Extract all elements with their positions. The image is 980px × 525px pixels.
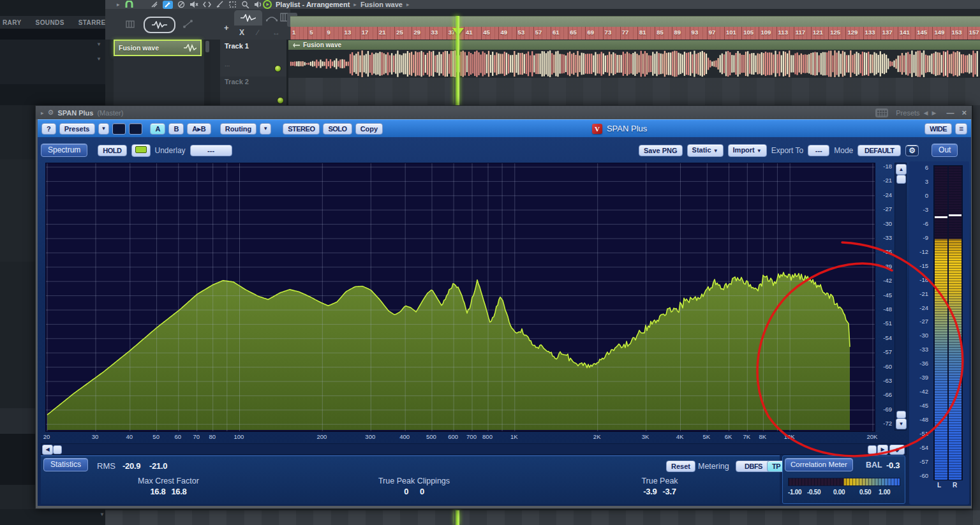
a-to-b-button[interactable]: A▸B <box>187 123 211 135</box>
automation-view-icon[interactable] <box>183 19 193 28</box>
ab-compare-b-button[interactable]: B <box>168 123 184 135</box>
mute-tool-icon[interactable] <box>189 1 198 8</box>
picker-toolbar <box>105 9 220 40</box>
ruler-number: 25 <box>396 29 403 36</box>
freq-axis-label: 500 <box>422 433 441 440</box>
mute-x-button[interactable]: X <box>239 28 244 37</box>
ruler-number: 33 <box>431 29 438 36</box>
hscroll-thumb-right[interactable] <box>868 445 877 454</box>
resize-handle-button[interactable]: ◆ <box>889 445 905 455</box>
track2-lane[interactable] <box>288 78 980 105</box>
picker-item-fusion-wave[interactable]: Fusion wave <box>114 40 202 56</box>
db-scale-label: -66 <box>875 391 892 398</box>
hold-button[interactable]: HOLD <box>98 145 126 156</box>
delete-tool-icon[interactable] <box>177 1 185 8</box>
paint-tool-icon[interactable] <box>163 1 173 9</box>
wrapper-gear-icon[interactable]: ⚙ <box>48 108 54 117</box>
wide-button[interactable]: WIDE <box>924 123 952 135</box>
ruler-number: 13 <box>345 29 352 36</box>
metering-label: Metering <box>698 462 729 471</box>
timeline-overview-scrollbar[interactable] <box>290 16 980 27</box>
slice-tool-icon[interactable] <box>216 1 224 8</box>
spectrum-hscrollbar[interactable]: ◀ ▶ ◆ <box>41 443 907 455</box>
minimize-button[interactable]: — <box>946 110 954 116</box>
browser-tab-sounds[interactable]: SOUNDS <box>36 19 64 26</box>
close-button[interactable]: × <box>961 110 967 116</box>
routing-dropdown-icon[interactable]: ▼ <box>260 123 271 135</box>
menu-hamburger-button[interactable]: ≡ <box>955 123 967 135</box>
piano-view-icon[interactable] <box>126 20 135 28</box>
ruler-number: 97 <box>709 29 716 36</box>
arrange-tab[interactable] <box>234 10 262 26</box>
picker-scrollbar[interactable] <box>204 40 211 105</box>
plugin-wrapper-titlebar[interactable]: ▸ ⚙ SPAN Plus (Master) Presets ◀ ▶ — × <box>36 106 972 119</box>
presets-dropdown-icon[interactable]: ▼ <box>98 123 110 135</box>
spectrum-tab[interactable]: Spectrum <box>41 144 87 157</box>
keyboard-icon[interactable] <box>875 108 888 117</box>
out-scale-label: 3 <box>909 178 928 185</box>
color-slot-a[interactable] <box>112 123 126 135</box>
mode-settings-gear-button[interactable]: ⚙ <box>905 145 919 156</box>
track1-name[interactable]: Track 1 <box>225 42 249 50</box>
slur-icon[interactable] <box>266 14 278 22</box>
snap-magnet-icon[interactable] <box>124 1 134 8</box>
reset-button[interactable]: Reset <box>666 461 695 472</box>
import-dropdown[interactable]: Import ▼ <box>728 144 767 157</box>
hscroll-thumb-left[interactable] <box>53 445 62 454</box>
stereo-button[interactable]: STEREO <box>283 123 320 135</box>
wrapper-expand-icon[interactable]: ▸ <box>41 110 44 116</box>
preset-next-icon[interactable]: ▶ <box>932 110 936 116</box>
ruler-number: 149 <box>934 29 944 36</box>
db-scale-label: -69 <box>875 406 892 413</box>
routing-button[interactable]: Routing <box>220 123 257 135</box>
preset-prev-icon[interactable]: ◀ <box>924 110 928 116</box>
export-to-select[interactable]: --- <box>808 145 829 156</box>
spectrum-plot[interactable] <box>45 163 875 432</box>
track2-header[interactable]: Track 2 <box>220 77 286 105</box>
vscroll-thumb2[interactable] <box>896 411 906 418</box>
spectrum-color-button[interactable] <box>131 144 151 157</box>
spectrum-vscrollbar[interactable]: ▲ ▼ <box>895 163 907 431</box>
play-collapse-icon[interactable]: ▸ <box>117 1 120 9</box>
collapse-arrow-icon[interactable]: ▼ <box>96 56 101 62</box>
db-scale-label: -30 <box>875 220 892 227</box>
vscroll-thumb[interactable] <box>896 175 906 184</box>
zoom-tool-icon[interactable] <box>241 1 249 8</box>
presets-button[interactable]: Presets <box>59 123 95 135</box>
scroll-up-button[interactable]: ▲ <box>896 164 907 175</box>
solo-button[interactable]: SOLO <box>323 123 352 135</box>
help-button[interactable]: ? <box>41 123 56 135</box>
static-dropdown[interactable]: Static ▼ <box>687 144 724 157</box>
scroll-right-button[interactable]: ▶ <box>877 445 888 455</box>
slide-button[interactable]: ∕ <box>257 28 258 37</box>
stretch-button[interactable]: ↔ <box>272 28 280 37</box>
ab-compare-a-button[interactable]: A <box>150 123 165 135</box>
select-tool-icon[interactable] <box>228 1 237 8</box>
collapse-arrow-icon[interactable]: ▼ <box>96 41 101 47</box>
browser-tab-library[interactable]: RARY <box>3 19 22 26</box>
track2-arm-button[interactable] <box>277 97 284 104</box>
statistics-tab[interactable]: Statistics <box>43 458 88 471</box>
scroll-down-button[interactable]: ▼ <box>896 418 907 429</box>
playback-tool-icon[interactable] <box>254 1 262 8</box>
collapse-arrow-icon[interactable]: ▼ <box>100 512 105 517</box>
add-tab-button[interactable]: + <box>224 23 229 33</box>
save-png-button[interactable]: Save PNG <box>639 145 683 156</box>
underlay-select[interactable]: --- <box>190 145 232 156</box>
copy-button[interactable]: Copy <box>355 123 383 135</box>
scroll-left-button[interactable]: ◀ <box>42 445 53 455</box>
track1-arm-button[interactable] <box>274 65 281 72</box>
slip-tool-icon[interactable] <box>151 1 158 8</box>
db-scale-label: -54 <box>875 334 892 341</box>
correlation-meter-tab[interactable]: Correlation Meter <box>785 458 853 471</box>
timeline-ruler[interactable]: 1591317212529333741454953576165697377818… <box>290 27 980 40</box>
audio-clip-waveform[interactable] <box>288 50 980 78</box>
true-peak: True Peak -3.9 -3.7 <box>615 477 704 497</box>
color-slot-b[interactable] <box>129 123 142 135</box>
dbfs-button[interactable]: DBFS <box>736 461 771 472</box>
stretch-tool-icon[interactable] <box>203 1 211 8</box>
clip-header-fusion-wave[interactable]: Fusion wave <box>288 40 980 50</box>
out-tab[interactable]: Out <box>932 144 958 157</box>
audio-view-toggle[interactable] <box>144 17 175 33</box>
mode-select[interactable]: DEFAULT <box>858 145 901 156</box>
